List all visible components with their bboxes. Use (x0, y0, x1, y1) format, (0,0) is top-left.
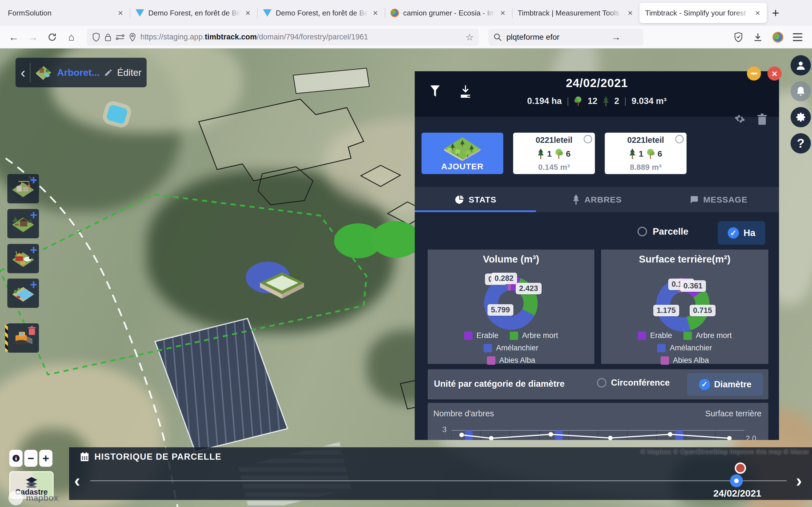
timeline-next-button[interactable]: › (796, 471, 802, 490)
tab-close-icon[interactable]: × (499, 8, 506, 18)
settings-fab[interactable] (791, 107, 811, 127)
legend-abies-alba[interactable]: Abies Alba (661, 356, 709, 365)
trash-icon[interactable] (756, 113, 768, 125)
deciduous-tree-icon (646, 149, 655, 159)
settings-gear-icon[interactable] (734, 113, 746, 125)
history-title: HISTORIQUE DE PARCELLE (80, 452, 221, 462)
account-shield-icon[interactable] (733, 32, 743, 43)
legend-erable[interactable]: Erable (638, 331, 672, 340)
new-tab-button[interactable]: + (767, 6, 784, 20)
conifer-tree-icon (603, 96, 609, 106)
conifer-count: 2 (614, 96, 619, 106)
tab-timbtrack-active[interactable]: Timbtrack - Simplify your forest × (640, 3, 767, 23)
reload-button[interactable] (44, 29, 60, 45)
tab-ecosia-images[interactable]: camion grumer - Ecosia - Image × (385, 3, 512, 23)
hazard-stripe (5, 325, 8, 351)
menu-icon[interactable] (793, 33, 802, 41)
add-icon[interactable]: + (30, 279, 37, 291)
deciduous-tree-icon (555, 149, 563, 159)
legend-arbre-mort[interactable]: Arbre mort (683, 331, 732, 340)
map-attribution[interactable]: © Mapbox © OpenStreetMap Improve this ma… (640, 448, 809, 456)
stand-radio[interactable] (583, 135, 592, 144)
home-button[interactable]: ⌂ (63, 29, 80, 45)
diameter-unit-band: Unité par catégorie de diamètre Circonfé… (428, 369, 768, 399)
help-fab[interactable]: ? (791, 133, 811, 154)
url-host: timbtrack.com (205, 33, 257, 41)
add-icon[interactable]: + (30, 244, 37, 256)
tab-demo-forest-1[interactable]: Demo Forest, en forêt de Bertrix × (130, 3, 257, 23)
ha-selected-option[interactable]: ✓ Ha (718, 221, 765, 245)
tab-close-icon[interactable]: × (244, 8, 252, 18)
account-fab[interactable] (791, 55, 811, 75)
ecosia-extension-icon[interactable] (772, 32, 783, 43)
edit-button[interactable]: Éditer (117, 67, 141, 78)
diametre-selected-option[interactable]: ✓ Diamètre (687, 373, 763, 396)
minimize-panel-button[interactable] (747, 66, 761, 80)
building-outline (361, 165, 400, 186)
search-input[interactable] (506, 33, 607, 42)
tab-demo-forest-2[interactable]: Demo Forest, en forêt de Bertrix × (257, 3, 385, 23)
collapse-chevron-icon[interactable]: ‹ (20, 65, 26, 80)
legend-arbre-mort[interactable]: Arbre mort (510, 331, 558, 340)
parcelle-radio-option[interactable]: Parcelle (638, 226, 689, 237)
timeline-prev-button[interactable]: ‹ (74, 471, 80, 490)
layers-icon (26, 476, 38, 488)
circonference-radio-option[interactable]: Circonférence (597, 378, 670, 388)
stand-title: 0221leteil (627, 135, 664, 145)
url-text[interactable]: https://staging.app.timbtrack.com/domain… (140, 33, 462, 41)
add-inventory-card[interactable]: AJOUTER (421, 133, 503, 174)
add-icon[interactable]: + (30, 174, 37, 186)
tree-group-marker (371, 221, 421, 258)
timeline-selected-marker[interactable] (730, 474, 743, 487)
map-asset-tile-bulldozer-draft[interactable] (7, 323, 39, 353)
legend-amelanchier[interactable]: Amélanchier (657, 344, 712, 352)
back-button[interactable]: ← (6, 29, 22, 45)
stand-card-1[interactable]: 0221leteil 1 6 0.145 m³ (513, 133, 595, 174)
timeline-secondary-marker[interactable] (735, 462, 746, 474)
forward-button[interactable]: → (25, 29, 41, 45)
tab-close-icon[interactable]: × (754, 8, 761, 18)
parcel-title-link[interactable]: Arboret... (57, 67, 100, 78)
legend-amelanchier[interactable]: Amélanchier (484, 344, 538, 352)
notifications-fab[interactable] (791, 81, 811, 101)
search-bar[interactable]: → (488, 29, 644, 46)
map-asset-tile-cabin[interactable]: + (7, 209, 39, 238)
tab-message[interactable]: MESSAGE (658, 187, 779, 212)
map-zoom-controls: − + (9, 450, 52, 467)
donut-value-label: 5.799 (488, 304, 513, 316)
radio-icon (597, 378, 606, 388)
stand-card-2[interactable]: 0221leteil 1 6 8.889 m³ (605, 133, 687, 174)
deciduous-count: 6 (658, 149, 662, 159)
zoom-out-button[interactable]: − (24, 450, 38, 467)
close-panel-button[interactable]: × (767, 66, 781, 80)
compass-button[interactable] (9, 450, 22, 467)
tab-formsolution[interactable]: FormSolution × (2, 3, 130, 23)
add-icon[interactable]: + (30, 209, 37, 221)
bookmark-star-icon[interactable]: ☆ (465, 32, 474, 43)
map-asset-tile-pond[interactable]: + (7, 279, 39, 308)
zoom-in-button[interactable]: + (39, 450, 52, 467)
inventory-date: 24/02/2021 (415, 76, 779, 90)
map-asset-tile-farm[interactable]: + (7, 244, 39, 273)
conifer-tree-icon (538, 149, 544, 159)
tab-timbtrack-tools[interactable]: Timbtrack | Measurement Tools and × (512, 3, 640, 23)
stand-radio[interactable] (675, 135, 684, 144)
downloads-icon[interactable] (753, 32, 763, 42)
search-submit-icon[interactable]: → (611, 32, 621, 43)
bell-icon (796, 86, 806, 97)
legend-erable[interactable]: Erable (464, 331, 499, 340)
location-pin-icon (129, 33, 137, 42)
tab-arbres[interactable]: ARBRES (536, 187, 658, 212)
tab-stats[interactable]: STATS (415, 187, 536, 212)
url-path: /domain/794/forestry/parcel/1961 (257, 33, 368, 41)
tab-close-icon[interactable]: × (626, 8, 634, 18)
timeline-track[interactable] (90, 481, 786, 481)
deciduous-tree-icon (574, 96, 582, 106)
legend-abies-alba[interactable]: Abies Alba (487, 356, 536, 365)
conifer-count: 1 (639, 149, 644, 159)
delete-asset-icon[interactable] (27, 326, 37, 337)
map-asset-tile-construction[interactable]: + (7, 174, 39, 203)
tab-close-icon[interactable]: × (117, 8, 124, 18)
tab-close-icon[interactable]: × (371, 8, 379, 18)
url-bar[interactable]: https://staging.app.timbtrack.com/domain… (87, 29, 479, 46)
